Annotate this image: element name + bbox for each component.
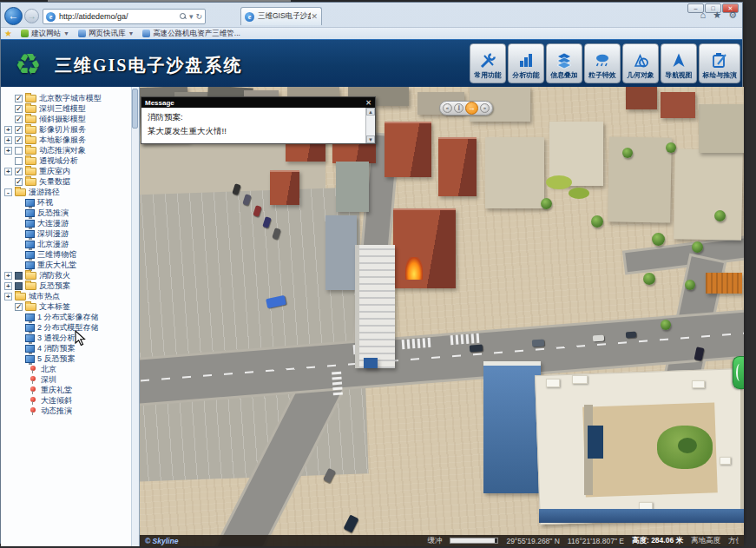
toolbar-common-functions-button[interactable]: 常用功能 xyxy=(470,43,506,83)
expander-icon[interactable] xyxy=(4,147,12,155)
tree xyxy=(666,142,676,153)
tree-item[interactable]: 城市热点 xyxy=(4,291,131,301)
tree-item[interactable]: 环视 xyxy=(25,197,131,208)
settings-gear-icon[interactable]: ⚙ xyxy=(728,10,737,21)
favorite-item[interactable]: 建议网站 ▼ xyxy=(21,29,69,39)
tree-item[interactable]: 北京数字城市模型 xyxy=(4,93,131,103)
tree-item[interactable]: 北京 xyxy=(29,364,131,374)
brick-building xyxy=(438,137,477,196)
toolbar-analysis-functions-button[interactable]: 分析功能 xyxy=(508,43,544,83)
forward-button[interactable]: → xyxy=(24,9,39,23)
message-popup: Message ✕ 消防预案: 某大厦发生重大火情!! ▲ ▼ xyxy=(141,96,376,144)
tree-item[interactable]: 通视域分析 xyxy=(4,155,131,166)
add-favorite-icon[interactable]: ★ xyxy=(4,29,12,38)
toolbar-particle-effects-button[interactable]: 粒子特效 xyxy=(584,43,621,83)
vehicle xyxy=(532,340,545,347)
expander-icon[interactable] xyxy=(4,188,12,196)
tree-item[interactable]: 1 分布式影像存储 xyxy=(25,312,131,322)
monitor-icon xyxy=(25,355,35,363)
tree-item[interactable]: 重庆室内 xyxy=(4,166,131,176)
monitor-icon xyxy=(25,345,35,353)
expander-icon[interactable] xyxy=(4,282,12,290)
playback-next-button[interactable]: » xyxy=(480,103,490,113)
tree-item[interactable]: 深圳三维模型 xyxy=(4,103,131,114)
blue-glass-facade xyxy=(539,509,744,523)
toolbar-geometry-objects-button[interactable]: 几何对象 xyxy=(622,43,659,83)
playback-play-button[interactable]: → xyxy=(465,102,478,115)
message-scrollbar[interactable]: ▲ ▼ xyxy=(365,108,375,143)
checkbox[interactable] xyxy=(15,272,23,280)
playback-pause-button[interactable]: ∥ xyxy=(454,103,463,113)
tree-item[interactable]: 5 反恐预案 xyxy=(25,353,131,364)
browser-tab[interactable]: e 三维GIS电子沙盘系统 ✕ xyxy=(240,7,322,25)
toolbar-navigation-view-button[interactable]: 导航视图 xyxy=(661,43,697,83)
expander-icon[interactable] xyxy=(4,293,12,300)
tree-item[interactable]: 北京漫游 xyxy=(25,239,131,249)
message-close-icon[interactable]: ✕ xyxy=(365,99,371,107)
tree-item[interactable]: 反恐预案 xyxy=(4,281,131,291)
message-titlebar[interactable]: Message ✕ xyxy=(141,97,375,108)
browser-window: – □ ✕ ← → e http://atidedemo/ga/ ▾ ↻ e 三… xyxy=(0,2,743,544)
checkbox[interactable] xyxy=(15,147,23,155)
checkbox[interactable] xyxy=(15,126,23,134)
map-3d-viewport[interactable]: Message ✕ 消防预案: 某大厦发生重大火情!! ▲ ▼ « ∥ → » xyxy=(140,87,744,546)
monitor-icon xyxy=(25,334,35,342)
tree-item[interactable]: 重庆礼堂 xyxy=(29,385,131,395)
vehicle xyxy=(626,332,636,339)
tree-item[interactable]: 影像切片服务 xyxy=(4,124,131,135)
playback-prev-button[interactable]: « xyxy=(443,103,452,113)
url-text[interactable]: http://atidedemo/ga/ xyxy=(59,12,176,21)
tree-item[interactable]: 大连漫游 xyxy=(25,218,131,228)
toolbar-info-overlay-button[interactable]: 信息叠加 xyxy=(546,43,582,83)
back-button[interactable]: ← xyxy=(4,7,23,25)
tree-item[interactable]: 消防救火 xyxy=(4,270,131,281)
vehicle xyxy=(593,335,604,342)
tab-close-icon[interactable]: ✕ xyxy=(311,13,318,21)
search-icon[interactable] xyxy=(180,13,187,20)
folder-icon xyxy=(25,105,36,113)
tree-item[interactable]: 大连倾斜 xyxy=(29,395,131,406)
tree-item[interactable]: 本地影像服务 xyxy=(4,135,131,145)
expander-icon[interactable] xyxy=(4,136,12,144)
expander-icon[interactable] xyxy=(4,272,12,280)
tree-item[interactable]: 反恐推演 xyxy=(25,208,131,218)
tree-scrollbar[interactable] xyxy=(131,87,139,546)
map-pin-icon xyxy=(30,386,36,392)
tree-item[interactable]: 文本标签 xyxy=(4,301,131,312)
expander-icon[interactable] xyxy=(4,168,12,175)
expander-icon[interactable] xyxy=(4,126,12,134)
checkbox[interactable] xyxy=(15,116,23,123)
checkbox[interactable] xyxy=(15,178,23,186)
home-icon[interactable]: ⌂ xyxy=(700,10,707,21)
particle-rain-icon xyxy=(594,52,611,69)
tree-item[interactable]: 重庆大礼堂 xyxy=(25,260,131,270)
checkbox[interactable] xyxy=(15,282,23,290)
scroll-up-icon[interactable]: ▲ xyxy=(366,108,375,116)
monitor-icon xyxy=(25,209,35,217)
favorite-item[interactable]: 高速公路机电资产三维管... xyxy=(142,29,240,39)
checkbox[interactable] xyxy=(15,157,23,165)
dropdown-caret-icon[interactable]: ▾ xyxy=(189,12,194,21)
side-panel-toggle-button[interactable] xyxy=(733,356,744,389)
tree-item[interactable]: 漫游路径 xyxy=(4,187,131,197)
scroll-down-icon[interactable]: ▼ xyxy=(366,135,375,143)
toolbar-plot-deduction-button[interactable]: 标绘与推演 xyxy=(699,43,740,83)
tree-item[interactable]: 三维博物馆 xyxy=(25,249,131,260)
tree-item[interactable]: 深圳 xyxy=(29,374,131,385)
scrollbar-thumb[interactable] xyxy=(132,89,138,129)
tree-item[interactable]: 动态推演对象 xyxy=(4,145,131,155)
tree-item[interactable]: 倾斜摄影模型 xyxy=(4,114,131,124)
tree-item[interactable]: 动态推演 xyxy=(29,406,131,416)
checkbox[interactable] xyxy=(15,303,23,311)
favorite-item[interactable]: 网页快讯库 ▼ xyxy=(78,29,134,39)
address-bar[interactable]: e http://atidedemo/ga/ ▾ ↻ xyxy=(43,9,206,24)
checkbox[interactable] xyxy=(15,136,23,144)
tree-item[interactable]: 深圳漫游 xyxy=(25,228,131,239)
monitor-icon xyxy=(25,314,35,321)
favorites-star-icon[interactable]: ★ xyxy=(713,10,721,21)
checkbox[interactable] xyxy=(15,95,23,102)
checkbox[interactable] xyxy=(15,168,23,175)
tree-item[interactable]: 矢量数据 xyxy=(4,176,131,187)
checkbox[interactable] xyxy=(15,105,23,113)
refresh-icon[interactable]: ↻ xyxy=(195,12,202,21)
